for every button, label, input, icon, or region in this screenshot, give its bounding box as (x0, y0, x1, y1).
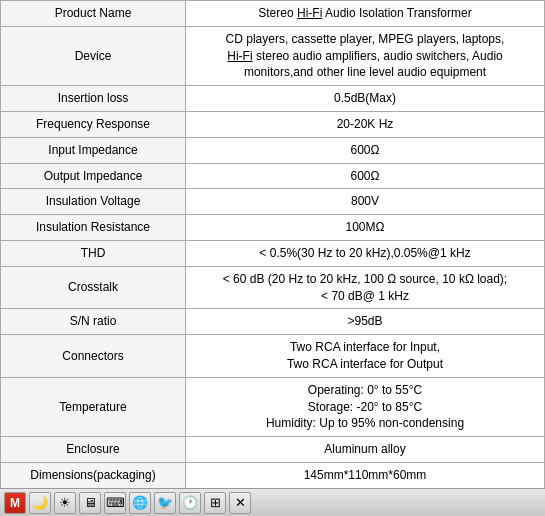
table-row: Insulation Voltage800V (1, 189, 545, 215)
row-label: Product Name (1, 1, 186, 27)
row-value: >95dB (186, 309, 545, 335)
taskbar-btn-m[interactable]: M (4, 492, 26, 514)
table-row: Product NameStereo Hi-Fi Audio Isolation… (1, 1, 545, 27)
row-value: 20-20K Hz (186, 111, 545, 137)
row-value: CD players, cassette player, MPEG player… (186, 26, 545, 85)
table-row: THD< 0.5%(30 Hz to 20 kHz),0.05%@1 kHz (1, 240, 545, 266)
row-label: Insulation Voltage (1, 189, 186, 215)
row-label: Insertion loss (1, 86, 186, 112)
table-row: Crosstalk< 60 dB (20 Hz to 20 kHz, 100 Ω… (1, 266, 545, 309)
taskbar-btn-globe[interactable]: 🌐 (129, 492, 151, 514)
row-value: 600Ω (186, 163, 545, 189)
row-value: Aluminum alloy (186, 437, 545, 463)
taskbar-btn-grid[interactable]: ⊞ (204, 492, 226, 514)
table-row: Dimensions(packaging)145mm*110mm*60mm (1, 462, 545, 488)
row-value: 0.5dB(Max) (186, 86, 545, 112)
taskbar-btn-bird[interactable]: 🐦 (154, 492, 176, 514)
row-label: Input Impedance (1, 137, 186, 163)
table-row: TemperatureOperating: 0° to 55°CStorage:… (1, 377, 545, 436)
row-label: THD (1, 240, 186, 266)
table-row: Input Impedance600Ω (1, 137, 545, 163)
row-label: Frequency Response (1, 111, 186, 137)
table-row: Output Impedance600Ω (1, 163, 545, 189)
row-label: Insulation Resistance (1, 215, 186, 241)
row-value: Two RCA interface for Input,Two RCA inte… (186, 335, 545, 378)
table-row: Frequency Response20-20K Hz (1, 111, 545, 137)
row-label: Connectors (1, 335, 186, 378)
taskbar-btn-keyboard[interactable]: ⌨ (104, 492, 126, 514)
taskbar: M 🌙 ☀ 🖥 ⌨ 🌐 🐦 🕐 ⊞ ✕ (0, 488, 545, 516)
row-value: < 0.5%(30 Hz to 20 kHz),0.05%@1 kHz (186, 240, 545, 266)
row-label: S/N ratio (1, 309, 186, 335)
row-value: < 60 dB (20 Hz to 20 kHz, 100 Ω source, … (186, 266, 545, 309)
row-label: Temperature (1, 377, 186, 436)
row-label: Enclosure (1, 437, 186, 463)
table-row: Insertion loss0.5dB(Max) (1, 86, 545, 112)
row-value: Stereo Hi-Fi Audio Isolation Transformer (186, 1, 545, 27)
table-row: ConnectorsTwo RCA interface for Input,Tw… (1, 335, 545, 378)
row-value: Operating: 0° to 55°CStorage: -20° to 85… (186, 377, 545, 436)
row-label: Dimensions(packaging) (1, 462, 186, 488)
taskbar-btn-display[interactable]: 🖥 (79, 492, 101, 514)
row-label: Device (1, 26, 186, 85)
taskbar-btn-clock[interactable]: 🕐 (179, 492, 201, 514)
row-label: Output Impedance (1, 163, 186, 189)
spec-table: Product NameStereo Hi-Fi Audio Isolation… (0, 0, 545, 488)
taskbar-btn-moon[interactable]: 🌙 (29, 492, 51, 514)
row-value: 600Ω (186, 137, 545, 163)
table-row: DeviceCD players, cassette player, MPEG … (1, 26, 545, 85)
taskbar-btn-close[interactable]: ✕ (229, 492, 251, 514)
content-area: Product NameStereo Hi-Fi Audio Isolation… (0, 0, 545, 488)
row-value: 100MΩ (186, 215, 545, 241)
row-value: 145mm*110mm*60mm (186, 462, 545, 488)
table-row: Insulation Resistance100MΩ (1, 215, 545, 241)
row-value: 800V (186, 189, 545, 215)
row-label: Crosstalk (1, 266, 186, 309)
table-row: EnclosureAluminum alloy (1, 437, 545, 463)
taskbar-btn-sun[interactable]: ☀ (54, 492, 76, 514)
table-row: S/N ratio>95dB (1, 309, 545, 335)
